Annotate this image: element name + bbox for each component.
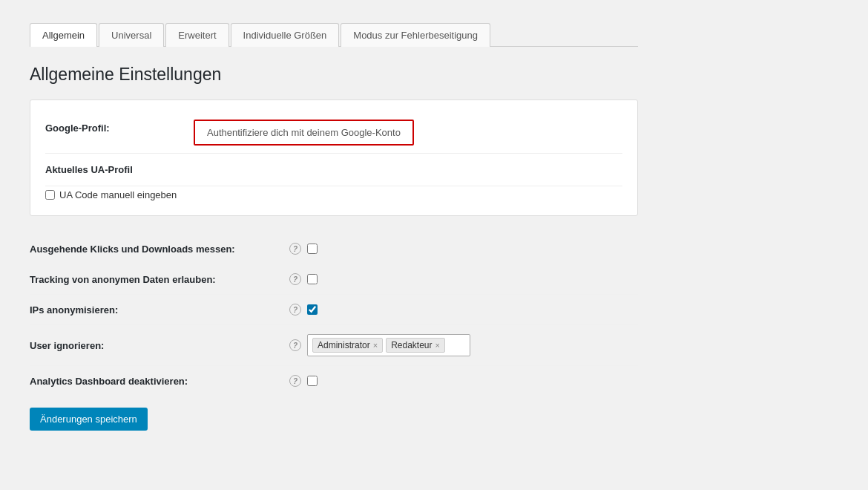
checkbox-analytics-dashboard[interactable] — [307, 376, 318, 386]
setting-control-user-ignorieren: ?Administrator ×Redakteur × — [289, 334, 470, 356]
tab-allgemein[interactable]: Allgemein — [30, 23, 97, 47]
setting-row-analytics-dashboard: Analytics Dashboard deaktivieren:? — [30, 366, 638, 396]
google-profile-row: Google-Profil: Authentifiziere dich mit … — [45, 112, 622, 153]
setting-control-outgoing-clicks: ? — [289, 243, 318, 255]
setting-control-ips-anon: ? — [289, 304, 318, 316]
ua-code-row: UA Code manuell eingeben — [45, 186, 622, 203]
tags-input-user-ignorieren[interactable]: Administrator ×Redakteur × — [307, 334, 470, 356]
setting-row-outgoing-clicks: Ausgehende Klicks und Downloads messen:? — [30, 234, 638, 264]
google-profile-card: Google-Profil: Authentifiziere dich mit … — [30, 99, 638, 216]
tag: Administrator × — [312, 338, 383, 353]
checkbox-anon-tracking[interactable] — [307, 274, 318, 284]
tag: Redakteur × — [386, 338, 445, 353]
setting-row-anon-tracking: Tracking von anonymen Daten erlauben:? — [30, 264, 638, 295]
checkbox-ips-anon[interactable] — [307, 304, 318, 315]
setting-control-anon-tracking: ? — [289, 273, 318, 285]
tag-remove-icon[interactable]: × — [435, 341, 440, 350]
help-icon[interactable]: ? — [289, 304, 301, 316]
google-profile-value: Authentifiziere dich mit deinem Google-K… — [194, 120, 622, 146]
tab-universal[interactable]: Universal — [99, 23, 164, 47]
checkbox-outgoing-clicks[interactable] — [307, 244, 318, 254]
tab-individuelle-groessen[interactable]: Individuelle Größen — [231, 23, 340, 47]
setting-row-user-ignorieren: User ignorieren:?Administrator ×Redakteu… — [30, 325, 638, 366]
setting-label-analytics-dashboard: Analytics Dashboard deaktivieren: — [30, 376, 289, 387]
tab-modus-fehlerbeseitigung[interactable]: Modus zur Fehlerbeseitigung — [341, 23, 490, 47]
google-profile-label: Google-Profil: — [45, 120, 194, 134]
ua-code-label: UA Code manuell eingeben — [59, 189, 177, 200]
help-icon[interactable]: ? — [289, 243, 301, 255]
setting-label-ips-anon: IPs anonymisieren: — [30, 304, 289, 316]
setting-row-ips-anon: IPs anonymisieren:? — [30, 295, 638, 325]
setting-label-outgoing-clicks: Ausgehende Klicks und Downloads messen: — [30, 244, 289, 255]
tag-remove-icon[interactable]: × — [373, 341, 378, 350]
help-icon[interactable]: ? — [289, 273, 301, 285]
google-auth-button[interactable]: Authentifiziere dich mit deinem Google-K… — [194, 120, 414, 146]
ua-profil-label: Aktuelles UA-Profil — [45, 161, 194, 178]
form-settings: Ausgehende Klicks und Downloads messen:?… — [30, 234, 638, 396]
setting-control-analytics-dashboard: ? — [289, 375, 318, 387]
page-title: Allgemeine Einstellungen — [30, 65, 638, 85]
help-icon[interactable]: ? — [289, 339, 301, 351]
setting-label-anon-tracking: Tracking von anonymen Daten erlauben: — [30, 274, 289, 285]
tab-navigation: AllgemeinUniversalErweitertIndividuelle … — [30, 22, 638, 47]
ua-code-checkbox[interactable] — [45, 190, 55, 200]
ua-profil-row: Aktuelles UA-Profil — [45, 154, 622, 186]
save-button[interactable]: Änderungen speichern — [30, 408, 148, 431]
tab-erweitert[interactable]: Erweitert — [165, 23, 228, 47]
setting-label-user-ignorieren: User ignorieren: — [30, 340, 289, 351]
help-icon[interactable]: ? — [289, 375, 301, 387]
